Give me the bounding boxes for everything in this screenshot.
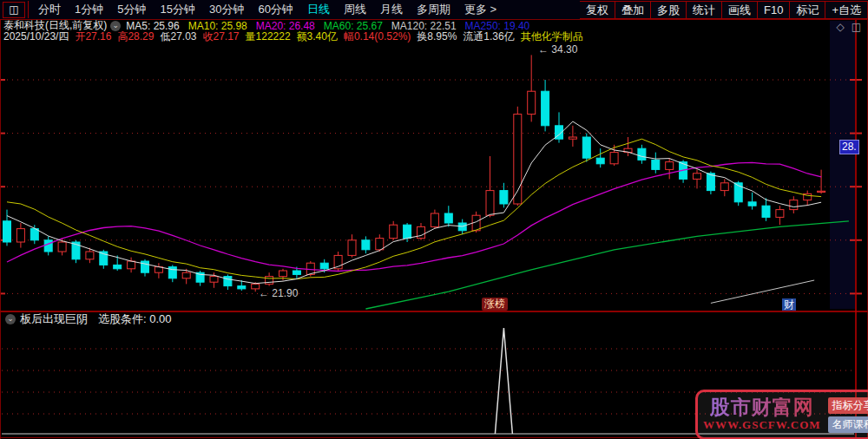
row2-icons: ◇ ◫ (836, 21, 861, 33)
f10-button[interactable]: F10 (758, 1, 790, 19)
fuquan-button[interactable]: 复权 (580, 1, 615, 19)
watermark-site-name: 股市财富网 (710, 397, 814, 418)
quote-amount: 额3.40亿 (297, 29, 338, 44)
quote-industry[interactable]: 其他化学制品 (521, 29, 583, 44)
tab-monthly[interactable]: 月线 (373, 2, 410, 17)
tab-fenshi[interactable]: 分时 (31, 2, 68, 17)
quote-open: 开27.16 (75, 29, 111, 44)
stock-app-window: ◫ 分时 1分钟 5分钟 15分钟 30分钟 60分钟 日线 周线 月线 多周期… (0, 0, 868, 439)
cai-badge[interactable]: 财 (782, 298, 796, 311)
add-watchlist-button[interactable]: +自选 (825, 1, 868, 19)
window-split-icon[interactable]: ◫ (3, 2, 25, 18)
tab-multi-period[interactable]: 多周期 (410, 2, 457, 17)
tab-1min[interactable]: 1分钟 (68, 2, 110, 17)
tab-more[interactable]: 更多 > (457, 2, 503, 17)
quote-close: 收27.17 (203, 29, 240, 44)
peak-price-annotation: ← 34.30 (538, 43, 577, 56)
tab-weekly[interactable]: 周线 (337, 2, 373, 17)
watermark-box: 股市财富网 WWW.GSCFW.COM 指标分享 名师课程 (695, 390, 868, 439)
tab-5min[interactable]: 5分钟 (110, 2, 153, 17)
watermark-left: 股市财富网 WWW.GSCFW.COM (703, 397, 821, 432)
quote-change: 幅0.14(0.52%) (344, 29, 411, 44)
period-toolbar: ◫ 分时 1分钟 5分钟 15分钟 30分钟 60分钟 日线 周线 月线 多周期… (0, 0, 868, 19)
multi-stock-button[interactable]: 多股 (651, 1, 687, 19)
quote-date: 2025/10/23/四 (3, 29, 69, 44)
tab-60min[interactable]: 60分钟 (251, 2, 299, 17)
indicator-panel-header: ⌄ 板后出现巨阴 选股条件: 0.00 (5, 312, 172, 325)
rank-badge[interactable]: 涨榜 (482, 298, 508, 311)
indicator-condition-value: 选股条件: 0.00 (98, 311, 172, 327)
toolbar-divider (28, 1, 29, 18)
low-price-annotation: ← 21.90 (259, 287, 298, 299)
diamond-icon[interactable]: ◇ (836, 21, 844, 33)
tab-30min[interactable]: 30分钟 (202, 2, 251, 17)
chevron-down-icon[interactable]: ⌄ (5, 314, 16, 324)
watermark-badge-teacher-course: 名师课程 (828, 416, 868, 433)
quote-high: 高28.29 (117, 29, 154, 44)
watermark-badges: 指标分享 名师课程 (828, 397, 868, 433)
quote-row: 2025/10/23/四 开27.16 高28.29 低27.03 收27.17… (3, 31, 589, 43)
quote-float: 流通1.36亿 (463, 29, 514, 44)
quote-turnover: 换8.95% (417, 29, 457, 44)
indicator-title[interactable]: 板后出现巨阴 (20, 311, 88, 327)
watermark-url: WWW.GSCFW.COM (703, 418, 821, 432)
statistics-button[interactable]: 统计 (687, 1, 722, 19)
split-view-icon[interactable]: ◫ (852, 21, 861, 33)
watermark-badge-indicator-share: 指标分享 (828, 397, 868, 414)
tab-daily[interactable]: 日线 (300, 2, 337, 17)
main-chart-canvas[interactable] (0, 0, 868, 439)
quote-volume: 量122222 (246, 29, 291, 44)
mark-button[interactable]: 标记 (790, 1, 825, 19)
right-axis-price-badge: 28. (839, 140, 859, 154)
quote-low: 低27.03 (160, 29, 196, 44)
draw-line-button[interactable]: 画线 (722, 1, 758, 19)
overlay-button[interactable]: 叠加 (615, 1, 651, 19)
tab-15min[interactable]: 15分钟 (153, 2, 201, 17)
